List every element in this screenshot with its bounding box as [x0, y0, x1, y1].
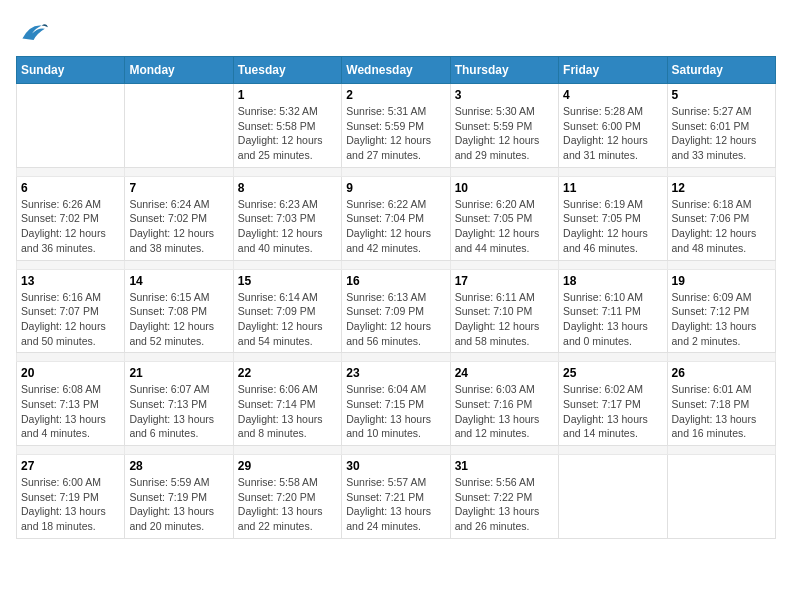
- calendar-cell: [17, 84, 125, 168]
- calendar-cell: 12Sunrise: 6:18 AMSunset: 7:06 PMDayligh…: [667, 176, 775, 260]
- separator-cell: [17, 167, 125, 176]
- separator-cell: [450, 353, 558, 362]
- calendar-body: 1Sunrise: 5:32 AMSunset: 5:58 PMDaylight…: [17, 84, 776, 539]
- calendar-week-4: 20Sunrise: 6:08 AMSunset: 7:13 PMDayligh…: [17, 362, 776, 446]
- calendar-cell: 29Sunrise: 5:58 AMSunset: 7:20 PMDayligh…: [233, 455, 341, 539]
- calendar-cell: [559, 455, 667, 539]
- week-separator: [17, 260, 776, 269]
- calendar-cell: 20Sunrise: 6:08 AMSunset: 7:13 PMDayligh…: [17, 362, 125, 446]
- calendar-cell: 24Sunrise: 6:03 AMSunset: 7:16 PMDayligh…: [450, 362, 558, 446]
- day-header-tuesday: Tuesday: [233, 57, 341, 84]
- separator-cell: [559, 167, 667, 176]
- day-header-sunday: Sunday: [17, 57, 125, 84]
- calendar-cell: 27Sunrise: 6:00 AMSunset: 7:19 PMDayligh…: [17, 455, 125, 539]
- day-info: Sunrise: 6:03 AMSunset: 7:16 PMDaylight:…: [455, 382, 554, 441]
- calendar-cell: 16Sunrise: 6:13 AMSunset: 7:09 PMDayligh…: [342, 269, 450, 353]
- day-number: 21: [129, 366, 228, 380]
- calendar-week-1: 1Sunrise: 5:32 AMSunset: 5:58 PMDaylight…: [17, 84, 776, 168]
- calendar-cell: 28Sunrise: 5:59 AMSunset: 7:19 PMDayligh…: [125, 455, 233, 539]
- calendar-cell: [125, 84, 233, 168]
- day-number: 15: [238, 274, 337, 288]
- day-info: Sunrise: 6:23 AMSunset: 7:03 PMDaylight:…: [238, 197, 337, 256]
- calendar-week-3: 13Sunrise: 6:16 AMSunset: 7:07 PMDayligh…: [17, 269, 776, 353]
- logo: [16, 16, 52, 48]
- day-header-friday: Friday: [559, 57, 667, 84]
- day-info: Sunrise: 5:30 AMSunset: 5:59 PMDaylight:…: [455, 104, 554, 163]
- calendar-cell: 11Sunrise: 6:19 AMSunset: 7:05 PMDayligh…: [559, 176, 667, 260]
- day-number: 17: [455, 274, 554, 288]
- day-number: 29: [238, 459, 337, 473]
- separator-cell: [233, 353, 341, 362]
- day-header-thursday: Thursday: [450, 57, 558, 84]
- calendar-cell: 6Sunrise: 6:26 AMSunset: 7:02 PMDaylight…: [17, 176, 125, 260]
- calendar-cell: 30Sunrise: 5:57 AMSunset: 7:21 PMDayligh…: [342, 455, 450, 539]
- day-info: Sunrise: 6:11 AMSunset: 7:10 PMDaylight:…: [455, 290, 554, 349]
- separator-cell: [233, 446, 341, 455]
- day-number: 13: [21, 274, 120, 288]
- day-info: Sunrise: 6:09 AMSunset: 7:12 PMDaylight:…: [672, 290, 771, 349]
- separator-cell: [342, 260, 450, 269]
- separator-cell: [17, 353, 125, 362]
- calendar-cell: 3Sunrise: 5:30 AMSunset: 5:59 PMDaylight…: [450, 84, 558, 168]
- day-info: Sunrise: 6:01 AMSunset: 7:18 PMDaylight:…: [672, 382, 771, 441]
- calendar-cell: 7Sunrise: 6:24 AMSunset: 7:02 PMDaylight…: [125, 176, 233, 260]
- separator-cell: [667, 353, 775, 362]
- week-separator: [17, 446, 776, 455]
- calendar-cell: 25Sunrise: 6:02 AMSunset: 7:17 PMDayligh…: [559, 362, 667, 446]
- day-info: Sunrise: 6:06 AMSunset: 7:14 PMDaylight:…: [238, 382, 337, 441]
- day-number: 10: [455, 181, 554, 195]
- calendar-cell: 19Sunrise: 6:09 AMSunset: 7:12 PMDayligh…: [667, 269, 775, 353]
- week-separator: [17, 353, 776, 362]
- day-info: Sunrise: 6:10 AMSunset: 7:11 PMDaylight:…: [563, 290, 662, 349]
- day-number: 2: [346, 88, 445, 102]
- day-number: 8: [238, 181, 337, 195]
- day-number: 3: [455, 88, 554, 102]
- week-separator: [17, 167, 776, 176]
- day-number: 30: [346, 459, 445, 473]
- day-info: Sunrise: 6:20 AMSunset: 7:05 PMDaylight:…: [455, 197, 554, 256]
- day-number: 4: [563, 88, 662, 102]
- day-info: Sunrise: 6:16 AMSunset: 7:07 PMDaylight:…: [21, 290, 120, 349]
- separator-cell: [667, 260, 775, 269]
- day-info: Sunrise: 6:14 AMSunset: 7:09 PMDaylight:…: [238, 290, 337, 349]
- day-info: Sunrise: 5:57 AMSunset: 7:21 PMDaylight:…: [346, 475, 445, 534]
- calendar-cell: 21Sunrise: 6:07 AMSunset: 7:13 PMDayligh…: [125, 362, 233, 446]
- calendar-cell: 18Sunrise: 6:10 AMSunset: 7:11 PMDayligh…: [559, 269, 667, 353]
- calendar-week-5: 27Sunrise: 6:00 AMSunset: 7:19 PMDayligh…: [17, 455, 776, 539]
- page-header: [16, 16, 776, 48]
- day-info: Sunrise: 6:02 AMSunset: 7:17 PMDaylight:…: [563, 382, 662, 441]
- calendar-header: SundayMondayTuesdayWednesdayThursdayFrid…: [17, 57, 776, 84]
- day-number: 9: [346, 181, 445, 195]
- separator-cell: [450, 260, 558, 269]
- day-number: 5: [672, 88, 771, 102]
- day-number: 12: [672, 181, 771, 195]
- day-info: Sunrise: 6:18 AMSunset: 7:06 PMDaylight:…: [672, 197, 771, 256]
- day-number: 24: [455, 366, 554, 380]
- calendar-cell: 23Sunrise: 6:04 AMSunset: 7:15 PMDayligh…: [342, 362, 450, 446]
- day-info: Sunrise: 6:04 AMSunset: 7:15 PMDaylight:…: [346, 382, 445, 441]
- calendar-cell: 1Sunrise: 5:32 AMSunset: 5:58 PMDaylight…: [233, 84, 341, 168]
- calendar-cell: 26Sunrise: 6:01 AMSunset: 7:18 PMDayligh…: [667, 362, 775, 446]
- calendar-cell: 31Sunrise: 5:56 AMSunset: 7:22 PMDayligh…: [450, 455, 558, 539]
- separator-cell: [559, 446, 667, 455]
- logo-icon: [16, 16, 48, 48]
- day-number: 14: [129, 274, 228, 288]
- day-number: 26: [672, 366, 771, 380]
- day-info: Sunrise: 5:32 AMSunset: 5:58 PMDaylight:…: [238, 104, 337, 163]
- day-number: 23: [346, 366, 445, 380]
- separator-cell: [125, 353, 233, 362]
- day-number: 11: [563, 181, 662, 195]
- day-number: 20: [21, 366, 120, 380]
- calendar-cell: 9Sunrise: 6:22 AMSunset: 7:04 PMDaylight…: [342, 176, 450, 260]
- separator-cell: [233, 260, 341, 269]
- day-info: Sunrise: 6:07 AMSunset: 7:13 PMDaylight:…: [129, 382, 228, 441]
- separator-cell: [17, 446, 125, 455]
- day-number: 25: [563, 366, 662, 380]
- day-number: 16: [346, 274, 445, 288]
- separator-cell: [667, 167, 775, 176]
- separator-cell: [559, 260, 667, 269]
- calendar-cell: 4Sunrise: 5:28 AMSunset: 6:00 PMDaylight…: [559, 84, 667, 168]
- calendar-table: SundayMondayTuesdayWednesdayThursdayFrid…: [16, 56, 776, 539]
- day-number: 27: [21, 459, 120, 473]
- day-number: 18: [563, 274, 662, 288]
